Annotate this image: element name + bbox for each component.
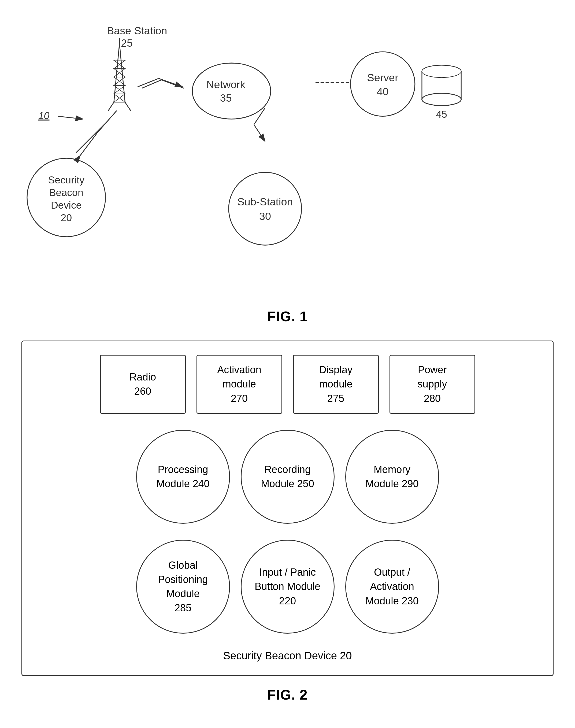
svg-line-22 xyxy=(108,102,114,110)
svg-line-46 xyxy=(97,111,116,133)
power-supply-box: Powersupply280 xyxy=(390,355,475,414)
display-module-box: Displaymodule275 xyxy=(293,355,379,414)
sub-station-label: Sub-Station xyxy=(237,196,293,207)
activation-module-label: Activationmodule270 xyxy=(217,363,261,406)
output-activation-label: Output /ActivationModule 230 xyxy=(365,565,419,608)
recording-module-circle: RecordingModule 250 xyxy=(241,430,335,524)
recording-module-label: RecordingModule 250 xyxy=(261,463,314,491)
radio-box: Radio260 xyxy=(100,355,186,414)
svg-line-29 xyxy=(161,80,184,88)
sub-station-number: 30 xyxy=(259,210,271,222)
fig2-circle-row1: ProcessingModule 240 RecordingModule 250… xyxy=(38,430,537,524)
security-beacon-line1: Security xyxy=(48,174,84,186)
svg-text:45: 45 xyxy=(436,109,447,120)
svg-point-43 xyxy=(422,93,461,106)
global-positioning-label: GlobalPositioningModule285 xyxy=(158,558,208,616)
display-module-label: Displaymodule275 xyxy=(319,363,352,406)
radio-label: Radio260 xyxy=(130,370,156,398)
security-beacon-line2: Beacon xyxy=(49,187,83,198)
base-station-label: Base Station xyxy=(107,25,167,36)
server-number: 40 xyxy=(377,86,389,97)
server-circle xyxy=(351,52,415,116)
fig2-caption: Security Beacon Device 20 xyxy=(38,650,537,662)
activation-module-box: Activationmodule270 xyxy=(197,355,282,414)
input-panic-circle: Input / PanicButton Module220 xyxy=(241,540,335,634)
svg-line-27 xyxy=(254,125,265,141)
power-supply-label: Powersupply280 xyxy=(418,363,447,406)
svg-line-31 xyxy=(159,78,182,87)
global-positioning-circle: GlobalPositioningModule285 xyxy=(136,540,230,634)
fig1-diagram: 10 xyxy=(22,16,553,298)
sub-station-circle xyxy=(229,172,302,245)
processing-module-label: ProcessingModule 240 xyxy=(156,463,210,491)
svg-point-44 xyxy=(422,65,461,77)
memory-module-circle: MemoryModule 290 xyxy=(345,430,439,524)
memory-module-label: MemoryModule 290 xyxy=(365,463,419,491)
output-activation-circle: Output /ActivationModule 230 xyxy=(345,540,439,634)
fig2-circle-row2: GlobalPositioningModule285 Input / Panic… xyxy=(38,540,537,634)
input-panic-label: Input / PanicButton Module220 xyxy=(255,565,320,608)
network-cloud xyxy=(192,63,271,119)
svg-line-47 xyxy=(80,133,97,156)
processing-module-circle: ProcessingModule 240 xyxy=(136,430,230,524)
svg-line-0 xyxy=(58,117,83,119)
fig2-label: FIG. 2 xyxy=(22,687,553,703)
network-number: 35 xyxy=(220,92,232,104)
ref-10-label: 10 xyxy=(38,110,49,121)
server-label: Server xyxy=(367,72,398,84)
base-station-number: 25 xyxy=(121,37,133,49)
fig1-label: FIG. 1 xyxy=(22,308,553,325)
fig2-diagram: Radio260 Activationmodule270 Displaymodu… xyxy=(22,340,553,676)
network-label: Network xyxy=(206,78,245,90)
security-beacon-number: 20 xyxy=(61,212,72,223)
database-icon: 45 xyxy=(422,65,461,120)
svg-line-23 xyxy=(125,102,131,110)
fig2-rect-row: Radio260 Activationmodule270 Displaymodu… xyxy=(38,355,537,414)
security-beacon-line3: Device xyxy=(51,199,82,211)
